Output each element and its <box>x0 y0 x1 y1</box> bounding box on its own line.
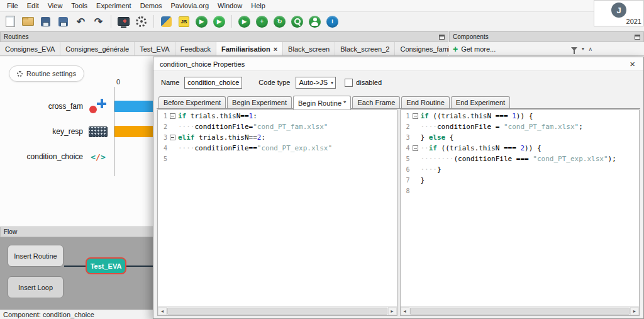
name-field[interactable] <box>184 77 242 89</box>
info-button[interactable]: i <box>325 14 340 30</box>
disabled-checkbox[interactable] <box>345 79 353 87</box>
scroll-right-icon[interactable]: ► <box>388 307 397 315</box>
routine-tab-Black_screen_2[interactable]: Black_screen_2 <box>335 42 395 55</box>
routine-tab-Familiarisation[interactable]: Familiarisation× <box>216 42 283 55</box>
keyboard-icon[interactable] <box>88 124 108 139</box>
fold-marker-icon[interactable] <box>170 135 175 140</box>
fold-marker-icon[interactable] <box>170 113 175 119</box>
pavlovia-refresh-button[interactable]: ↻ <box>272 14 287 30</box>
pavlovia-user-button[interactable] <box>307 14 323 30</box>
run-experiment-button[interactable]: ▶ <box>211 14 227 30</box>
code-line[interactable]: 2····conditionFile = "cond_PT_fam.xlsx"; <box>401 121 640 132</box>
get-more-components-link[interactable]: Get more... <box>461 45 496 53</box>
js-code-editor[interactable]: 1if ((trials.thisN === 1)) {2····conditi… <box>400 109 640 316</box>
filter-dropdown-icon[interactable]: ▼ <box>580 47 585 51</box>
open-experiment-button[interactable] <box>20 14 36 30</box>
routine-tab-Black_screen[interactable]: Black_screen <box>283 42 335 55</box>
menu-file[interactable]: File <box>3 1 23 11</box>
new-experiment-button[interactable] <box>3 14 18 30</box>
experiment-settings-button[interactable] <box>133 14 149 30</box>
code-line[interactable]: 6····} <box>401 164 640 175</box>
routine-tab-Feedback[interactable]: Feedback <box>175 42 216 55</box>
menu-tools[interactable]: Tools <box>67 1 92 11</box>
python-code-editor[interactable]: 1if trials.thisN==1:2····conditionFile="… <box>157 109 397 316</box>
component-name-label: cross_fam <box>0 102 83 111</box>
code-line[interactable]: 8 <box>401 186 640 196</box>
dialog-tab-begin-experiment[interactable]: Begin Experiment <box>227 96 292 109</box>
undo-button[interactable]: ↶ <box>73 14 89 30</box>
menu-window[interactable]: Window <box>213 1 247 11</box>
undock-panel-icon[interactable] <box>439 35 445 40</box>
code-line[interactable]: 4··if ((trials.thisN === 2)) { <box>401 143 640 154</box>
routine-tab-Consignes_générale[interactable]: Consignes_générale <box>60 42 135 55</box>
js-code-area[interactable]: 1if ((trials.thisN === 1)) {2····conditi… <box>401 111 640 306</box>
save-button[interactable] <box>38 14 53 30</box>
filter-components-icon[interactable] <box>571 47 577 51</box>
dialog-tab-bar: Before ExperimentBegin ExperimentBegin R… <box>158 95 638 109</box>
fold-marker-icon[interactable] <box>413 113 418 119</box>
dialog-tab-each-frame[interactable]: Each Frame <box>352 96 400 109</box>
menu-bar: FileEditViewToolsExperimentDemosPavlovia… <box>0 0 644 12</box>
code-type-select[interactable]: Auto->JS ▾ <box>296 77 336 89</box>
pavlovia-sync-button[interactable]: + <box>254 14 270 30</box>
dialog-title: condition_choice Properties <box>160 60 245 68</box>
dialog-tab-before-experiment[interactable]: Before Experiment <box>158 96 226 109</box>
dialog-title-bar[interactable]: condition_choice Properties × <box>153 57 643 71</box>
menu-edit[interactable]: Edit <box>23 1 43 11</box>
scroll-left-icon[interactable]: ◄ <box>401 307 409 315</box>
python-code-area[interactable]: 1if trials.thisN==1:2····conditionFile="… <box>158 111 397 306</box>
redo-button[interactable]: ↷ <box>91 14 106 30</box>
code-glyph-char: / <box>96 152 101 162</box>
code-text: ··if ((trials.thisN === 2)) { <box>419 144 541 152</box>
insert-routine-button[interactable]: Insert Routine <box>8 245 64 267</box>
scroll-left-icon[interactable]: ◄ <box>158 307 167 315</box>
save-as-button[interactable] <box>55 14 71 30</box>
fixation-icon[interactable] <box>88 99 108 114</box>
compile-js-button[interactable]: JS <box>176 14 192 30</box>
routine-tab-Consignes_EVA[interactable]: Consignes_EVA <box>0 42 60 55</box>
routine-tab-Test_EVA[interactable]: Test_EVA <box>135 42 175 55</box>
code-line[interactable]: 5 <box>158 154 397 164</box>
fold-marker-icon[interactable] <box>413 145 418 151</box>
code-icon[interactable]: </> <box>88 149 108 164</box>
undock-panel-icon[interactable] <box>635 35 640 40</box>
menu-experiment[interactable]: Experiment <box>92 1 136 11</box>
code-line[interactable]: 1if ((trials.thisN === 1)) { <box>401 111 640 121</box>
send-to-runner-button[interactable]: ▶ <box>194 14 209 30</box>
scroll-right-icon[interactable]: ► <box>630 307 639 315</box>
code-line[interactable]: 3elif trials.thisN==2: <box>158 132 397 143</box>
code-line[interactable]: 1if trials.thisN==1: <box>158 111 397 121</box>
code-line[interactable]: 2····conditionFile="cond_PT_fam.xlsx" <box>158 121 397 132</box>
avatar[interactable]: J <box>611 3 626 18</box>
scrollbar-thumb[interactable] <box>167 308 387 315</box>
close-tab-icon[interactable]: × <box>274 45 277 53</box>
menu-demos[interactable]: Demos <box>136 1 167 11</box>
code-line[interactable]: 4····conditionFile=="cond_PT_exp.xlsx" <box>158 143 397 154</box>
code-line[interactable]: 7} <box>401 175 640 186</box>
dialog-tab-begin-routine-[interactable]: Begin Routine * <box>293 96 351 109</box>
menu-help[interactable]: Help <box>247 1 270 11</box>
dialog-tab-end-experiment[interactable]: End Experiment <box>451 96 510 109</box>
pavlovia-run-button[interactable]: ▶ <box>236 14 252 30</box>
menu-pavlovia-org[interactable]: Pavlovia.org <box>167 1 214 11</box>
get-more-plus-icon[interactable]: + <box>453 44 458 54</box>
monitor-center-button[interactable] <box>116 14 131 30</box>
pavlovia-search-button[interactable] <box>289 14 305 30</box>
compile-python-button[interactable] <box>158 14 174 30</box>
insert-loop-button[interactable]: Insert Loop <box>8 276 64 298</box>
code-line[interactable]: 3} else { <box>401 132 640 143</box>
line-number: 4 <box>401 145 411 152</box>
close-icon[interactable]: × <box>628 59 637 69</box>
line-number: 8 <box>401 187 411 194</box>
horizontal-scrollbar[interactable]: ◄ ► <box>401 306 640 315</box>
collapse-panel-icon[interactable]: ∧ <box>588 46 592 52</box>
scrollbar-thumb[interactable] <box>410 308 630 315</box>
pavlovia-search-icon <box>291 16 303 28</box>
flow-routine-test-eva[interactable]: Test_EVA <box>86 257 126 274</box>
code-line[interactable]: 5········(conditionFile === "cond_PT_exp… <box>401 154 640 164</box>
horizontal-scrollbar[interactable]: ◄ ► <box>158 306 397 315</box>
dialog-tab-end-routine[interactable]: End Routine <box>401 96 450 109</box>
routine-settings-button[interactable]: Routine settings <box>9 65 84 82</box>
menu-view[interactable]: View <box>43 1 67 11</box>
routines-panel-title: Routines <box>4 33 28 40</box>
